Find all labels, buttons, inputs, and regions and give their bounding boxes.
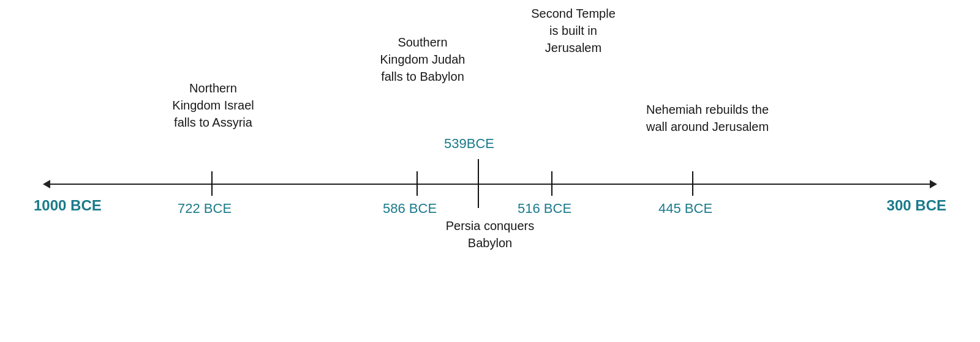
date-539: 539BCE — [444, 136, 494, 152]
tick-722 — [211, 171, 213, 196]
date-516: 516 BCE — [518, 201, 571, 217]
event-northern-kingdom: NorthernKingdom Israelfalls to Assyria — [152, 80, 274, 131]
end-date-label: 300 BCE — [887, 197, 946, 214]
tick-516 — [551, 171, 552, 196]
event-persia: Persia conquersBabylon — [423, 217, 557, 251]
date-445: 445 BCE — [658, 201, 712, 217]
axis-line — [49, 184, 931, 185]
event-southern-kingdom: SouthernKingdom Judahfalls to Babylon — [361, 34, 484, 85]
date-586: 586 BCE — [383, 201, 437, 217]
tick-445 — [692, 171, 693, 196]
timeline-container: 1000 BCE 300 BCE 722 BCE NorthernKingdom… — [0, 0, 980, 342]
event-second-temple: Second Templeis built inJerusalem — [506, 5, 641, 56]
date-722: 722 BCE — [178, 201, 232, 217]
tick-586 — [417, 171, 418, 196]
start-date-label: 1000 BCE — [34, 197, 102, 214]
event-nehemiah: Nehemiah rebuilds thewall around Jerusal… — [612, 101, 802, 135]
tick-539 — [478, 159, 479, 208]
